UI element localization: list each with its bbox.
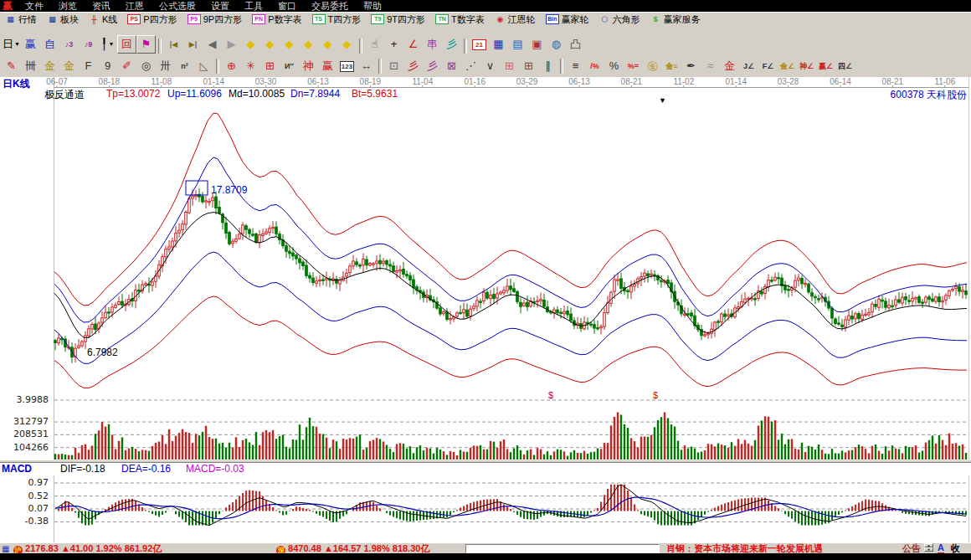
prev-bar-button[interactable]: ◀ xyxy=(203,35,222,54)
t-square-button[interactable]: TST四方形 xyxy=(307,13,367,25)
angle-gold-button[interactable]: 金∠ xyxy=(778,57,797,75)
percent-button[interactable]: % xyxy=(604,57,624,75)
rays-button[interactable]: ⋰ xyxy=(461,57,480,75)
dropdown-arrow-icon[interactable]: ▼ xyxy=(14,36,20,53)
spinner-down-icon[interactable]: ▼ xyxy=(924,547,933,552)
p-square-button[interactable]: PSP四方形 xyxy=(122,13,182,25)
diamond-arrow-right-button[interactable]: ◆ xyxy=(260,35,280,54)
world-clock-button[interactable]: ◍ xyxy=(547,35,566,54)
maze-icon[interactable]: 回 xyxy=(117,35,136,54)
calculator-button[interactable]: ▦ xyxy=(489,35,508,54)
circle-cross-button[interactable]: ⊕ xyxy=(222,57,241,75)
winner-box-icon[interactable]: 赢 xyxy=(21,35,40,54)
chart-area[interactable]: 17.87096.7982$$▼ 日K线 06-0708-1811-0801-1… xyxy=(0,77,971,542)
box-fan-button[interactable]: ⊠ xyxy=(442,57,461,75)
gann-fan-button[interactable]: 彡 xyxy=(403,57,423,75)
menu-item-7[interactable]: 窗口 xyxy=(270,0,304,13)
flag-icon[interactable]: ⚑ xyxy=(136,35,156,54)
dropdown-arrow-icon[interactable]: ▼ xyxy=(108,36,114,53)
shen-scale-button[interactable]: 神 xyxy=(299,57,318,75)
winner-service-button[interactable]: $赢家服务 xyxy=(645,13,706,25)
wave-3-icon[interactable]: ♪3 xyxy=(59,35,79,54)
menu-item-5[interactable]: 设置 xyxy=(203,0,237,13)
grid-button[interactable]: ⊞ xyxy=(500,57,519,75)
gold-lines-button[interactable]: 金≡ xyxy=(662,57,681,75)
box-measure-button[interactable]: ⊡ xyxy=(384,57,403,75)
last-bar-button[interactable]: ▶| xyxy=(183,35,203,54)
angle-win-button[interactable]: 赢∠ xyxy=(816,57,835,75)
quotes-button[interactable]: ▦行情 xyxy=(0,13,42,25)
angle-si-button[interactable]: 四∠ xyxy=(835,57,855,75)
kline-button[interactable]: ╫K线 xyxy=(84,13,122,25)
sectors-button[interactable]: ▩板块 xyxy=(42,13,84,25)
grape-tool-button[interactable]: 串 xyxy=(423,35,442,54)
angle-shen-button[interactable]: 神∠ xyxy=(797,57,816,75)
percent-lines-button[interactable]: %= xyxy=(624,57,643,75)
save-button[interactable]: ▣ xyxy=(527,35,547,54)
winner-wheel-button[interactable]: Bin赢家轮 xyxy=(541,13,594,25)
gold-box-button[interactable]: 金 xyxy=(720,57,739,75)
wave-a-button[interactable]: ≈ xyxy=(701,57,720,75)
candle-style-button[interactable]: 日▼ xyxy=(2,35,21,54)
diamond-arrow-cross-button[interactable]: ◆ xyxy=(299,35,318,54)
n2-scale-button[interactable]: n² xyxy=(175,57,194,75)
v-lines-button[interactable]: ∨ xyxy=(480,57,500,75)
resistance-button[interactable]: И″ xyxy=(280,57,299,75)
diamond-arrow-both-button[interactable]: ◆ xyxy=(280,35,299,54)
star-grid-button[interactable]: ✳ xyxy=(241,57,260,75)
menu-item-6[interactable]: 工具 xyxy=(237,0,270,13)
percent-slash-button[interactable]: /% xyxy=(585,57,604,75)
crosshair-tool-button[interactable]: + xyxy=(384,35,403,54)
gold-scale-2-button[interactable]: 金 xyxy=(59,57,79,75)
ruler-123-button[interactable]: 123 xyxy=(337,57,357,75)
grid-arrow-button[interactable]: ⊞ xyxy=(519,57,538,75)
circle-scale-button[interactable]: ◎ xyxy=(136,57,156,75)
angle-f-button[interactable]: F∠ xyxy=(758,57,778,75)
9t-square-button[interactable]: T99T四方形 xyxy=(366,13,430,25)
memo-icon[interactable]: 自 xyxy=(40,35,59,54)
angle-j-button[interactable]: J∠ xyxy=(739,57,758,75)
menu-item-9[interactable]: 帮助 xyxy=(356,0,389,13)
brush-scale-button[interactable]: ✐ xyxy=(117,57,136,75)
gann-scale-button[interactable]: 卌 xyxy=(21,57,40,75)
notepad-button[interactable]: ▤ xyxy=(508,35,527,54)
first-bar-button[interactable]: |◀ xyxy=(164,35,183,54)
diamond-arrow-up-button[interactable]: ◆ xyxy=(318,35,337,54)
angle-tool-button[interactable]: ∠ xyxy=(403,35,423,54)
parallel-lines-button[interactable]: ∥ xyxy=(538,57,557,75)
wave-9-icon[interactable]: ♪9 xyxy=(79,35,98,54)
menu-item-2[interactable]: 资讯 xyxy=(85,0,118,13)
grid-box-button[interactable]: ⊞ xyxy=(260,57,280,75)
pen-black-button[interactable]: ✒ xyxy=(681,57,701,75)
next-bar-button[interactable]: ▶ xyxy=(222,35,241,54)
menu-item-0[interactable]: 文件 xyxy=(18,0,51,13)
gold-circle-button[interactable]: ㊎ xyxy=(643,57,662,75)
bar-style-button[interactable]: ╿▼ xyxy=(98,35,117,54)
print-button[interactable]: 凸 xyxy=(566,35,585,54)
f-scale-button[interactable]: F xyxy=(79,57,98,75)
hexagon-button[interactable]: ⬡六角形 xyxy=(594,13,645,25)
hand-tool-button[interactable]: ☝ xyxy=(365,35,384,54)
diamond-arrow-left-button[interactable]: ◆ xyxy=(241,35,260,54)
9p-square-button[interactable]: P99P四方形 xyxy=(182,13,247,25)
menu-item-1[interactable]: 浏览 xyxy=(51,0,85,13)
nine-scale-button[interactable]: 9 xyxy=(98,57,117,75)
set-square-button[interactable]: ◺ xyxy=(194,57,213,75)
menu-item-8[interactable]: 交易委托 xyxy=(304,0,356,13)
small-scale-button[interactable]: 卅 xyxy=(156,57,175,75)
price-steps-button[interactable]: ≡ xyxy=(566,57,585,75)
t-number-table-button[interactable]: TNT数字表 xyxy=(430,13,490,25)
p-number-table-button[interactable]: PNP数字表 xyxy=(247,13,306,25)
width-measure-button[interactable]: ↔ xyxy=(357,57,376,75)
brush-red-button[interactable]: ✎ xyxy=(2,57,21,75)
coral-tool-button[interactable]: 彡 xyxy=(442,35,461,54)
calendar-button[interactable]: 21 xyxy=(470,35,489,54)
diamond-arrow-down-button[interactable]: ◆ xyxy=(337,35,357,54)
gann-fan-box-button[interactable]: 彡 xyxy=(423,57,442,75)
gold-scale-button[interactable]: 金 xyxy=(40,57,59,75)
gann-wheel-button[interactable]: ◉江恩轮 xyxy=(490,13,541,25)
notice-spinner[interactable]: ▲ ▼ xyxy=(924,543,933,552)
win-scale-button[interactable]: 赢 xyxy=(318,57,337,75)
menu-item-3[interactable]: 江恩 xyxy=(118,0,152,13)
menu-item-4[interactable]: 公式选股 xyxy=(152,0,203,13)
